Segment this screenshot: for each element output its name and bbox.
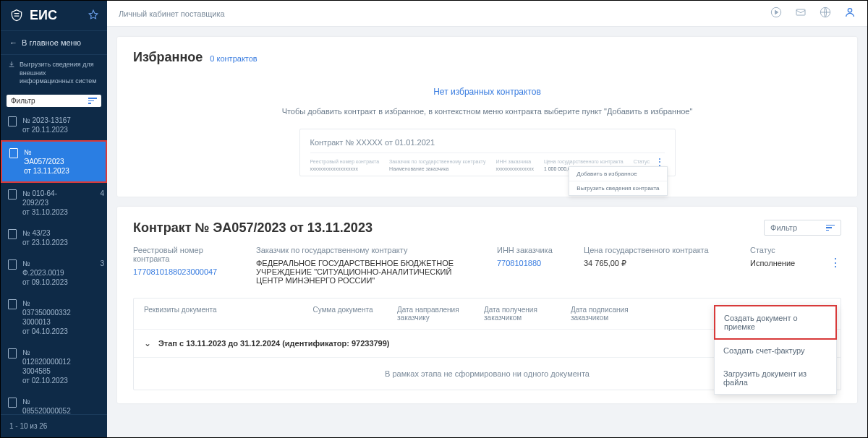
favorites-empty-hint: Чтобы добавить контракт в избранное, в к… (133, 107, 841, 116)
sidebar-item[interactable]: №0373500003323000013от 04.10.2023 (1, 293, 107, 342)
status-label: Статус (750, 246, 808, 254)
sidebar-item[interactable]: №ЭА057/2023от 13.11.2023 (1, 140, 107, 183)
col-sum: Сумма документа (289, 306, 397, 322)
stage-context-menu: Создать документ о приемке Создать счет-… (714, 305, 837, 395)
svg-point-3 (848, 9, 851, 12)
menu-create-acceptance-doc[interactable]: Создать документ о приемке (714, 305, 837, 340)
document-icon (8, 398, 17, 408)
sidebar-contract-list: № 2023-13167от 20.11.2023№ЭА057/2023от 1… (1, 110, 107, 414)
favorites-title: Избранное (133, 50, 203, 65)
chevron-down-icon[interactable]: ⌄ (144, 338, 151, 348)
topbar: Личный кабинет поставщика (107, 1, 867, 27)
filter-label: Фильтр (770, 223, 797, 232)
sidebar: ЕИС ← В главное меню Выгрузить сведения … (1, 1, 107, 437)
price-value: 34 765,00 ₽ (584, 259, 728, 268)
svg-rect-1 (796, 9, 805, 15)
app-logo-icon (9, 9, 24, 23)
price-label: Цена государственного контракта (584, 246, 728, 254)
customer-label: Заказчик по государственному контракту (256, 246, 475, 254)
document-icon (8, 259, 17, 270)
col-date-received: Дата получения заказчиком (484, 306, 571, 322)
filter-lines-icon (88, 98, 97, 104)
menu-create-invoice[interactable]: Создать счет-фактуру (715, 339, 836, 362)
status-value: Исполнение (750, 259, 808, 267)
sidebar-item[interactable]: №Ф.2023.0019от 09.10.20233 (1, 253, 107, 293)
user-icon[interactable] (844, 7, 856, 20)
favorites-count: 0 контрактов (210, 54, 257, 63)
sidebar-header: ЕИС (1, 1, 107, 30)
registry-number-value[interactable]: 1770810188023000047 (133, 267, 234, 276)
menu-item[interactable]: Добавить в избранное (569, 167, 666, 181)
download-icon (8, 61, 15, 71)
favorites-panel: Избранное 0 контрактов Нет избранных кон… (117, 37, 857, 197)
sidebar-filter[interactable]: Фильтр (7, 95, 101, 107)
document-icon (8, 229, 17, 239)
inn-label: ИНН заказчика (497, 246, 562, 254)
example-context-menu: Добавить в избранное Выгрузить сведения … (569, 166, 667, 196)
menu-item[interactable]: Выгрузить сведения контракта (569, 181, 666, 195)
back-label: В главное меню (22, 38, 81, 47)
filter-lines-icon (826, 225, 835, 231)
sidebar-item[interactable]: № 2023-13167от 20.11.2023 (1, 110, 107, 140)
play-icon[interactable] (770, 7, 782, 20)
example-col: Заказчик по государственному контрактуНа… (389, 159, 485, 171)
document-icon (8, 299, 17, 309)
inn-value[interactable]: 7708101880 (497, 259, 562, 267)
back-to-main-menu[interactable]: ← В главное меню (1, 30, 107, 55)
globe-icon[interactable] (820, 7, 831, 20)
favorites-empty-title: Нет избранных контрактов (133, 87, 841, 97)
contract-more-icon[interactable]: ⋮ (830, 246, 841, 270)
document-icon (8, 116, 17, 126)
pin-icon[interactable] (88, 9, 98, 22)
sidebar-item[interactable]: № 43/23от 23.10.2023 (1, 223, 107, 253)
document-icon (8, 348, 17, 358)
export-label: Выгрузить сведения для внешних информаци… (20, 61, 100, 86)
app-title: ЕИС (30, 8, 82, 23)
example-col: Реестровый номер контрактаxxxxxxxxxxxxxx… (310, 159, 380, 171)
contract-title: Контракт № ЭА057/2023 от 13.11.2023 (133, 220, 764, 236)
col-requisites: Реквизиты документа (144, 306, 289, 322)
document-icon (9, 148, 18, 158)
contract-panel: Контракт № ЭА057/2023 от 13.11.2023 Филь… (117, 207, 857, 403)
col-date-signed: Дата подписания заказчиком (571, 306, 658, 322)
menu-upload-from-file[interactable]: Загрузить документ из файла (715, 362, 836, 394)
sidebar-item[interactable]: №0128200000123004585от 02.10.2023 (1, 342, 107, 391)
stage-row-text: Этап с 13.11.2023 до 31.12.2024 (идентиф… (158, 339, 390, 348)
export-for-external-systems[interactable]: Выгрузить сведения для внешних информаци… (1, 55, 107, 92)
sidebar-item[interactable]: № 010-64-2092/23от 31.10.20234 (1, 183, 107, 223)
example-col: ИНН заказчикаxxxxxxxxxxxxxxx (495, 159, 534, 171)
envelope-icon[interactable] (795, 7, 807, 20)
sidebar-pagination: 1 - 10 из 26 (1, 414, 107, 437)
customer-value: ФЕДЕРАЛЬНОЕ ГОСУДАРСТВЕННОЕ БЮДЖЕТНОЕ УЧ… (256, 259, 475, 285)
sidebar-item[interactable]: №0855200000523002799от 02.10.2023 (1, 391, 107, 414)
registry-number-label: Реестровый номер контракта (133, 246, 234, 263)
col-date-sent: Дата направления заказчику (397, 306, 484, 322)
document-icon (8, 189, 17, 199)
filter-label: Фильтр (11, 97, 35, 105)
contract-filter[interactable]: Фильтр (764, 220, 841, 236)
breadcrumb: Личный кабинет поставщика (119, 9, 770, 18)
favorites-example-card: Контракт № XXXXX от 01.01.2021 Реестровы… (299, 129, 676, 176)
arrow-left-icon: ← (9, 38, 17, 47)
example-card-title: Контракт № XXXXX от 01.01.2021 (310, 138, 665, 153)
main-area: Личный кабинет поставщика Избранное 0 ко… (107, 1, 867, 437)
